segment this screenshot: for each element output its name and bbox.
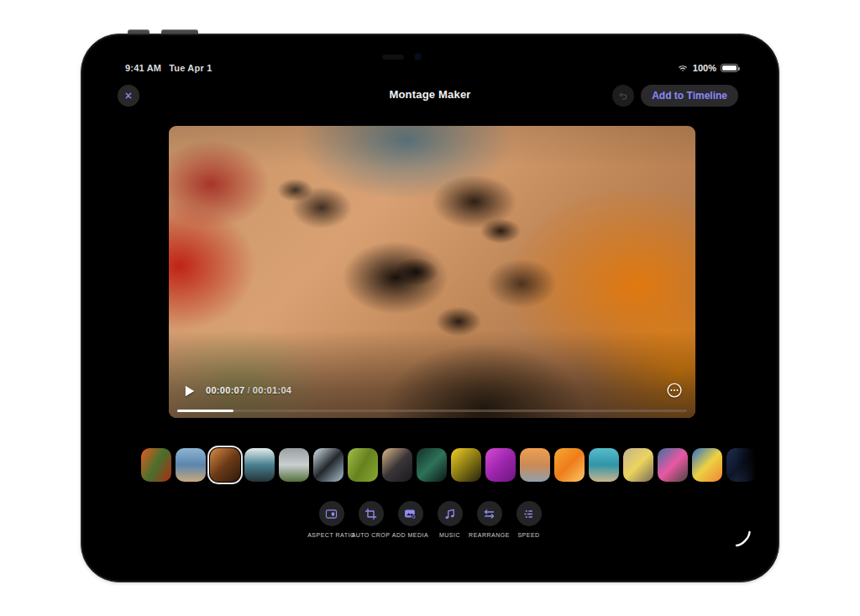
rearrange-icon	[482, 507, 496, 521]
thumbnail-clip-10[interactable]	[451, 448, 481, 482]
tool-speed: SPEED	[509, 501, 548, 538]
music-button[interactable]	[438, 501, 463, 526]
playback-time: 00:00:07/00:01:04	[206, 385, 291, 395]
thumbnail-clip-16[interactable]	[658, 448, 688, 482]
undo-icon	[617, 90, 629, 102]
add-media-button[interactable]	[398, 501, 423, 526]
play-button[interactable]	[181, 383, 197, 399]
more-options-button[interactable]	[665, 381, 684, 399]
aspect-ratio-icon	[324, 507, 338, 521]
tool-music: MUSIC	[430, 501, 469, 538]
tool-auto-crop: AUTO CROP	[351, 501, 391, 538]
tool-add-media: ADD MEDIA	[391, 501, 430, 538]
battery-icon	[721, 64, 738, 72]
thumbnail-clip-02[interactable]	[176, 448, 206, 482]
thumbnail-clip-09[interactable]	[417, 448, 447, 482]
thumbnail-clip-08[interactable]	[382, 448, 412, 482]
toolbar: ASPECT RATIOAUTO CROPADD MEDIAMUSICREARR…	[81, 501, 779, 538]
music-label: MUSIC	[439, 532, 460, 538]
thumbnail-clip-13[interactable]	[554, 448, 585, 482]
tool-rearrange: REARRANGE	[469, 501, 509, 538]
page-background: 9:41 AM Tue Apr 1 100% Montage Maker Add…	[0, 0, 860, 616]
status-left: 9:41 AM Tue Apr 1	[125, 63, 212, 73]
status-right: 100%	[677, 63, 738, 73]
thumbnail-clip-04[interactable]	[244, 448, 275, 482]
add-to-timeline-button[interactable]: Add to Timeline	[641, 85, 738, 107]
thumbnail-clip-14[interactable]	[589, 448, 619, 482]
camera-housing	[382, 55, 404, 60]
thumbnail-clip-07[interactable]	[348, 448, 378, 482]
thumbnail-strip	[141, 446, 757, 483]
rearrange-button[interactable]	[477, 501, 502, 526]
tool-aspect-ratio: ASPECT RATIO	[312, 501, 351, 538]
video-preview[interactable]: 00:00:07/00:01:04	[169, 126, 695, 418]
thumbnail-clip-01[interactable]	[141, 448, 171, 482]
thumbnail-clip-03[interactable]	[210, 448, 240, 482]
auto-crop-button[interactable]	[359, 501, 384, 526]
front-camera	[416, 55, 420, 59]
thumbnail-clip-06[interactable]	[313, 448, 343, 482]
play-icon	[181, 383, 197, 399]
nav-bar: Montage Maker Add to Timeline	[81, 85, 779, 108]
music-icon	[443, 507, 457, 521]
progress-fill	[177, 410, 233, 413]
status-time: 9:41 AM	[125, 63, 161, 73]
speed-button[interactable]	[517, 501, 542, 526]
add-media-label: ADD MEDIA	[392, 532, 428, 538]
auto-crop-icon	[364, 507, 378, 521]
status-bar: 9:41 AM Tue Apr 1 100%	[125, 61, 738, 75]
thumbnail-clip-18[interactable]	[726, 448, 757, 482]
pencil-reflection-arc	[733, 529, 753, 549]
add-media-icon	[403, 507, 417, 521]
time-separator: /	[244, 385, 252, 395]
rearrange-label: REARRANGE	[469, 532, 510, 538]
wifi-icon	[677, 63, 689, 73]
speed-label: SPEED	[517, 532, 539, 538]
aspect-ratio-label: ASPECT RATIO	[307, 532, 355, 538]
progress-scrubber[interactable]	[177, 410, 687, 413]
thumbnail-clip-05[interactable]	[279, 448, 309, 482]
thumbnail-clip-11[interactable]	[485, 448, 516, 482]
total-duration: 00:01:04	[253, 385, 291, 395]
status-date: Tue Apr 1	[169, 63, 212, 73]
ipad-device: 9:41 AM Tue Apr 1 100% Montage Maker Add…	[81, 34, 779, 582]
thumbnail-clip-17[interactable]	[692, 448, 722, 482]
undo-button[interactable]	[612, 85, 634, 107]
thumbnail-clip-15[interactable]	[623, 448, 653, 482]
battery-percent: 100%	[693, 63, 716, 73]
ellipsis-circle-icon	[665, 381, 684, 399]
video-gradient-overlay	[169, 126, 695, 418]
thumbnail-clip-12[interactable]	[520, 448, 550, 482]
auto-crop-label: AUTO CROP	[352, 532, 391, 538]
aspect-ratio-button[interactable]	[319, 501, 344, 526]
speed-icon	[522, 507, 536, 521]
current-time: 00:00:07	[206, 385, 244, 395]
